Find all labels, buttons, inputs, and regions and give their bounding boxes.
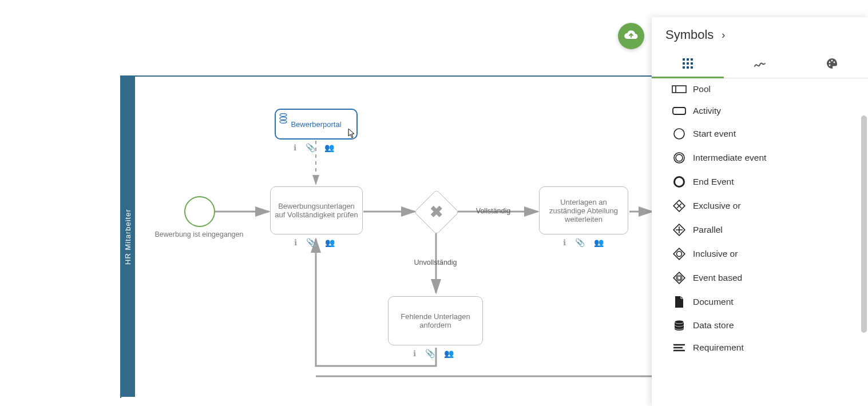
attachment-icon[interactable]: 📎	[575, 238, 585, 247]
symbol-item-label: Exclusive or	[693, 201, 741, 211]
data-store-icon	[665, 320, 693, 331]
svg-point-27	[676, 154, 683, 161]
symbol-item-event-based[interactable]: Event based	[652, 266, 868, 290]
info-icon[interactable]: ℹ	[294, 238, 297, 247]
upload-fab[interactable]	[618, 23, 644, 49]
symbol-item-inclusive-or[interactable]: Inclusive or	[652, 242, 868, 266]
start-event-label: Bewerbung ist eingegangen	[150, 230, 248, 238]
symbol-item-label: Inclusive or	[693, 249, 738, 259]
document-icon	[665, 296, 693, 308]
org-icon[interactable]: 👥	[324, 143, 334, 152]
gateway-x-icon: ✖	[421, 196, 451, 227]
panel-scrollbar[interactable]	[861, 116, 867, 333]
svg-point-21	[829, 65, 831, 66]
symbol-item-label: Event based	[693, 273, 742, 283]
symbol-item-label: Start event	[693, 129, 736, 139]
node-weiterleiten-icons[interactable]: ℹ 📎 👥	[563, 238, 604, 247]
svg-point-28	[675, 177, 684, 187]
node-bewerberportal[interactable]: Bewerberportal	[275, 109, 358, 140]
symbol-item-label: Requirement	[693, 343, 744, 353]
svg-rect-22	[672, 86, 686, 93]
symbols-panel: Symbols › Pool Activity	[652, 17, 868, 406]
symbol-list[interactable]: Pool Activity Start event Intermediate e…	[652, 78, 868, 399]
svg-rect-16	[687, 66, 689, 69]
attachment-icon[interactable]: 📎	[306, 238, 316, 247]
tab-palette[interactable]	[796, 49, 868, 78]
org-icon[interactable]: 👥	[325, 238, 335, 247]
node-weiterleiten[interactable]: Unterlagen an zuständige Abteilung weite…	[539, 186, 628, 234]
symbol-item-parallel[interactable]: Parallel	[652, 218, 868, 242]
tab-active-underline	[652, 77, 724, 78]
exclusive-or-icon	[665, 200, 693, 212]
svg-rect-33	[673, 272, 685, 284]
symbol-item-document[interactable]: Document	[652, 290, 868, 314]
end-event-icon	[665, 176, 693, 188]
pool-icon	[665, 85, 693, 93]
node-pruefen-icons[interactable]: ℹ 📎 👥	[294, 238, 335, 247]
svg-point-19	[831, 60, 833, 62]
svg-point-7	[280, 117, 287, 120]
attachment-icon[interactable]: 📎	[306, 143, 315, 152]
symbol-item-pool[interactable]: Pool	[652, 78, 868, 100]
symbol-item-label: Parallel	[693, 225, 723, 235]
svg-rect-15	[683, 66, 685, 69]
svg-point-20	[834, 62, 835, 63]
attachment-icon[interactable]: 📎	[425, 349, 435, 358]
edge-label-vollstaendig: Vollständig	[470, 207, 516, 215]
info-icon[interactable]: ℹ	[294, 143, 296, 152]
org-icon[interactable]: 👥	[444, 349, 454, 358]
tab-freehand[interactable]	[724, 49, 796, 78]
svg-point-6	[280, 114, 287, 117]
svg-point-35	[677, 276, 681, 280]
symbols-panel-tabs	[652, 49, 868, 78]
chevron-right-icon[interactable]: ›	[722, 29, 725, 41]
activity-icon	[665, 107, 693, 115]
node-anfordern-icons[interactable]: ℹ 📎 👥	[413, 349, 454, 358]
node-bewerberportal-icons[interactable]: ℹ 📎 👥	[294, 143, 334, 152]
svg-point-32	[677, 252, 682, 257]
parallel-icon	[665, 224, 693, 236]
info-icon[interactable]: ℹ	[413, 349, 416, 358]
symbol-item-start-event[interactable]: Start event	[652, 122, 868, 146]
cloud-upload-icon	[624, 29, 639, 43]
tab-symbols-grid[interactable]	[652, 49, 724, 78]
intermediate-event-icon	[665, 152, 693, 164]
node-pruefen[interactable]: Bewerbungsunterlagen auf Vollständigkeit…	[270, 186, 363, 234]
symbol-item-requirement[interactable]: Requirement	[652, 337, 868, 359]
svg-rect-10	[687, 58, 689, 61]
node-anfordern-label: Fehlende Unterlagen anfordern	[391, 312, 480, 329]
node-bewerberportal-label: Bewerberportal	[291, 120, 341, 129]
edge-label-unvollstaendig: Unvollständig	[404, 258, 467, 266]
symbols-panel-header[interactable]: Symbols ›	[652, 17, 868, 49]
symbol-item-label: Intermediate event	[693, 153, 766, 163]
node-weiterleiten-label: Unterlagen an zuständige Abteilung weite…	[542, 198, 625, 224]
data-object-icon	[279, 113, 287, 124]
requirement-icon	[665, 343, 693, 352]
svg-rect-31	[673, 248, 685, 260]
symbol-item-activity[interactable]: Activity	[652, 100, 868, 122]
svg-point-8	[280, 121, 287, 124]
svg-rect-9	[683, 58, 685, 61]
svg-rect-11	[691, 58, 693, 61]
symbol-item-intermediate-event[interactable]: Intermediate event	[652, 146, 868, 170]
svg-rect-12	[683, 62, 685, 65]
symbol-item-end-event[interactable]: End Event	[652, 170, 868, 194]
svg-point-18	[829, 62, 831, 63]
symbol-item-data-store[interactable]: Data store	[652, 314, 868, 337]
svg-rect-24	[673, 108, 685, 114]
info-icon[interactable]: ℹ	[563, 238, 566, 247]
node-pruefen-label: Bewerbungsunterlagen auf Vollständigkeit…	[273, 202, 360, 219]
node-anfordern[interactable]: Fehlende Unterlagen anfordern	[388, 296, 483, 345]
symbol-item-label: Data store	[693, 320, 734, 331]
org-icon[interactable]: 👥	[594, 238, 604, 247]
start-event[interactable]	[184, 196, 215, 227]
diagram-canvas[interactable]: HR Mitarbeiter Bewerbung ist eingegangen…	[0, 0, 868, 406]
symbol-item-label: Pool	[693, 84, 711, 94]
svg-rect-14	[691, 62, 693, 65]
symbols-panel-title: Symbols	[665, 27, 714, 42]
pool-lane-label: HR Mitarbeiter	[120, 77, 135, 397]
cursor-icon	[348, 128, 356, 141]
symbol-item-exclusive-or[interactable]: Exclusive or	[652, 194, 868, 218]
svg-rect-17	[691, 66, 693, 69]
symbol-item-label: Activity	[693, 106, 721, 116]
